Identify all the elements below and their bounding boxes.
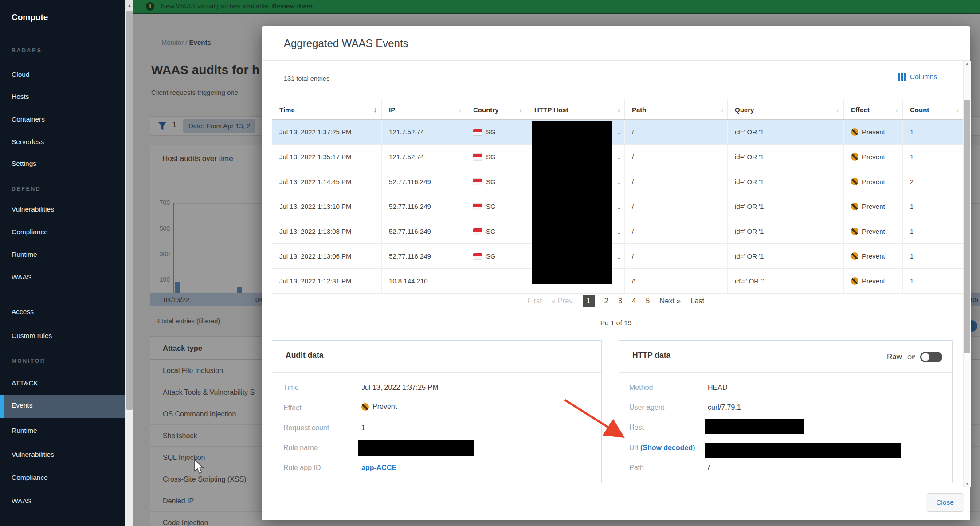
label-request-count: Request count xyxy=(283,424,329,432)
scroll-up-icon[interactable]: ▲ xyxy=(125,0,133,11)
scroll-up-icon[interactable]: ▲ xyxy=(964,62,971,66)
ellipsis: .. xyxy=(617,277,621,285)
raw-toggle[interactable] xyxy=(920,352,942,362)
sidebar-item-compliance-monitor[interactable]: Compliance xyxy=(12,473,48,483)
columns-icon xyxy=(898,73,906,81)
sg-flag-icon xyxy=(473,179,482,185)
sidebar-item-vulnerabilities-monitor[interactable]: Vulnerabilities xyxy=(12,450,54,459)
col-header-path[interactable]: Path↓↑ xyxy=(625,100,728,119)
table-row[interactable]: Jul 13, 2022 1:14:45 PM 52.77.116.249 SG… xyxy=(272,169,964,194)
cell-country: SG xyxy=(466,169,527,194)
pagination-last[interactable]: Last xyxy=(690,297,704,305)
sort-icon[interactable]: ↓↑ xyxy=(836,107,839,113)
sort-icon[interactable]: ↓↑ xyxy=(895,107,898,113)
sort-icon[interactable]: ↓↑ xyxy=(956,107,959,113)
sg-flag-icon xyxy=(473,253,482,259)
pagination-prev[interactable]: « Prev xyxy=(552,297,573,305)
total-entries: 131 total entries xyxy=(284,75,329,82)
table-row[interactable]: Jul 13, 2022 1:35:17 PM 121.7.52.74 SG .… xyxy=(272,145,964,169)
pagination-page-4[interactable]: 4 xyxy=(632,297,636,305)
sidebar-item-containers[interactable]: Containers xyxy=(12,114,45,124)
prevent-icon xyxy=(851,252,858,260)
modal-scrollbar-thumb[interactable] xyxy=(964,100,970,353)
cell-time: Jul 13, 2022 1:13:10 PM xyxy=(272,194,382,219)
http-data-panel: HTTP data Raw Off Method HEAD User-agent… xyxy=(619,340,953,483)
sidebar-item-vulnerabilities-defend[interactable]: Vulnerabilities xyxy=(12,204,54,214)
table-row[interactable]: Jul 13, 2022 1:37:25 PM 121.7.52.74 SG .… xyxy=(272,120,964,145)
modal-scrollbar[interactable]: ▲ ▼ xyxy=(963,61,971,487)
sidebar-item-serverless[interactable]: Serverless xyxy=(12,137,44,147)
cell-ip: 10.8.144.210 xyxy=(382,269,466,293)
label-time: Time xyxy=(283,384,299,392)
sidebar-item-cloud[interactable]: Cloud xyxy=(12,70,30,79)
raw-toggle-group: Raw Off xyxy=(619,352,952,362)
sidebar-item-attck[interactable]: ATT&CK xyxy=(12,378,38,388)
col-header-time[interactable]: Time↓ xyxy=(272,100,382,119)
sidebar-item-hosts[interactable]: Hosts xyxy=(12,92,29,102)
close-button[interactable]: Close xyxy=(926,493,964,512)
banner-text: New WAAS virtual patches available. Revi… xyxy=(161,2,313,10)
pagination-next[interactable]: Next » xyxy=(659,297,681,305)
col-label: Count xyxy=(910,106,929,114)
sidebar-scrollbar-thumb[interactable] xyxy=(126,11,133,410)
pagination-page-3[interactable]: 3 xyxy=(618,297,622,305)
cell-path: / xyxy=(625,194,728,219)
ellipsis: .. xyxy=(617,153,621,161)
country-code: SG xyxy=(486,153,496,161)
sort-icon[interactable]: ↓↑ xyxy=(519,107,522,113)
table-row[interactable]: Jul 13, 2022 1:13:10 PM 52.77.116.249 SG… xyxy=(272,194,964,219)
sg-flag-icon xyxy=(473,204,482,210)
cell-effect: Prevent xyxy=(844,120,903,144)
col-header-ip[interactable]: IP↓↑ xyxy=(382,100,466,119)
info-icon: i xyxy=(146,2,154,11)
sidebar-item-events-active[interactable]: Events xyxy=(0,395,125,418)
col-header-count[interactable]: Count↓↑ xyxy=(903,100,964,119)
pagination-page-5[interactable]: 5 xyxy=(646,297,650,305)
show-decoded-link[interactable]: (Show decoded) xyxy=(640,444,695,451)
pagination-page-1-active[interactable]: 1 xyxy=(583,295,595,307)
redaction-box-url xyxy=(705,443,901,458)
col-header-http-host[interactable]: HTTP Host↓↑ xyxy=(527,100,625,119)
table-row[interactable]: Jul 13, 2022 1:13:08 PM 52.77.116.249 SG… xyxy=(272,219,964,244)
cell-country: SG xyxy=(466,244,527,268)
pagination-first[interactable]: First xyxy=(528,297,542,305)
sidebar-item-runtime-monitor[interactable]: Runtime xyxy=(12,426,37,436)
sort-icon[interactable]: ↓↑ xyxy=(617,107,620,113)
sidebar-item-access[interactable]: Access xyxy=(12,307,34,317)
sidebar-item-waas-monitor[interactable]: WAAS xyxy=(12,496,31,506)
col-label: HTTP Host xyxy=(534,106,568,114)
cell-effect: Prevent xyxy=(844,269,903,293)
scroll-down-icon[interactable]: ▼ xyxy=(964,482,971,486)
cell-path: / xyxy=(625,169,728,194)
sidebar-item-custom-rules[interactable]: Custom rules xyxy=(12,331,52,341)
label-effect: Effect xyxy=(283,404,302,412)
sort-icon[interactable]: ↓↑ xyxy=(458,107,461,113)
prevent-icon xyxy=(851,153,858,161)
cell-ip: 52.77.116.249 xyxy=(382,169,466,194)
sidebar-item-runtime-defend[interactable]: Runtime xyxy=(12,250,37,259)
col-header-query[interactable]: Query↓↑ xyxy=(728,100,844,119)
col-header-effect[interactable]: Effect↓↑ xyxy=(844,100,903,119)
sidebar-item-waas-defend[interactable]: WAAS xyxy=(12,272,31,282)
rule-app-id-link[interactable]: app-ACCE xyxy=(361,464,396,472)
cell-count: 1 xyxy=(903,219,964,243)
effect-label: Prevent xyxy=(862,252,885,260)
pagination-page-2[interactable]: 2 xyxy=(604,297,608,305)
table-row[interactable]: Jul 13, 2022 1:12:31 PM 10.8.144.210 .. … xyxy=(272,269,964,294)
table-row[interactable]: Jul 13, 2022 1:13:06 PM 52.77.116.249 SG… xyxy=(272,244,964,269)
columns-button[interactable]: Columns xyxy=(898,73,937,81)
divider xyxy=(619,372,952,373)
effect-label: Prevent xyxy=(862,128,885,136)
value-method: HEAD xyxy=(708,384,727,392)
cell-effect: Prevent xyxy=(844,244,903,268)
sort-desc-icon[interactable]: ↓ xyxy=(373,106,377,114)
sort-icon[interactable]: ↓↑ xyxy=(720,107,723,113)
col-label: Query xyxy=(735,106,754,114)
review-them-link[interactable]: Review them xyxy=(272,2,313,10)
col-header-country[interactable]: Country↓↑ xyxy=(466,100,527,119)
cell-count: 1 xyxy=(903,145,964,169)
audit-data-panel: Audit data Time Jul 13, 2022 1:37:25 PM … xyxy=(272,340,602,483)
sidebar-item-settings[interactable]: Settings xyxy=(12,159,36,169)
sidebar-scrollbar[interactable]: ▲ xyxy=(125,0,133,526)
sidebar-item-compliance-defend[interactable]: Compliance xyxy=(12,227,48,237)
